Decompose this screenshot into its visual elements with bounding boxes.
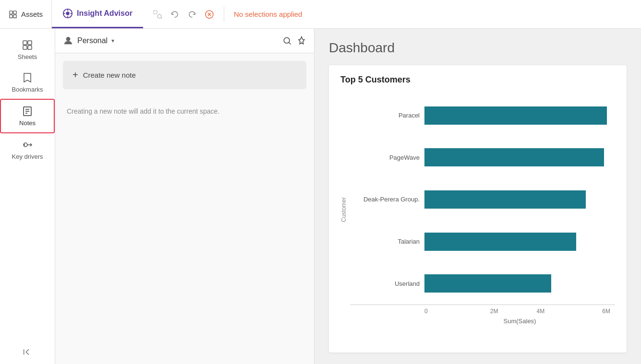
key-drivers-icon — [22, 139, 33, 151]
notes-panel: Personal ▾ + Create new note — [55, 29, 314, 364]
svg-point-24 — [24, 143, 27, 147]
sidebar-item-key-drivers[interactable]: Key drivers — [0, 133, 55, 166]
bar-wrapper — [424, 233, 610, 251]
main-layout: Sheets Bookmarks Notes Key — [0, 29, 641, 364]
svg-rect-16 — [23, 41, 27, 45]
bar-label: Deak-Perera Group. — [350, 196, 420, 203]
clear-icon — [205, 10, 214, 19]
notes-header-right — [282, 36, 306, 46]
chart-title: Top 5 Customers — [340, 75, 615, 85]
bar-fill — [424, 190, 586, 209]
notes-hint: Creating a new note will add it to the c… — [55, 97, 314, 126]
svg-point-11 — [157, 14, 161, 18]
chart-main: ParacelPageWaveDeak-Perera Group.Talaria… — [350, 94, 615, 325]
notes-icon — [22, 106, 33, 117]
svg-point-5 — [66, 12, 69, 15]
smart-search-icon — [153, 10, 162, 19]
x-tick: 4M — [518, 308, 564, 315]
svg-rect-1 — [13, 11, 16, 13]
bar-row: Deak-Perera Group. — [350, 186, 610, 212]
assets-tab[interactable]: Assets — [0, 0, 52, 28]
svg-rect-0 — [10, 11, 12, 13]
chart-card: Top 5 Customers Customer ParacelPageWave… — [329, 65, 627, 352]
assets-label: Assets — [21, 10, 43, 18]
bar-label: Talarian — [350, 238, 420, 245]
sidebar-collapse-button[interactable] — [0, 340, 55, 364]
bar-wrapper — [424, 148, 610, 166]
bar-fill — [424, 233, 576, 251]
chart-y-label: Customer — [340, 94, 347, 325]
bar-chart: Customer ParacelPageWaveDeak-Perera Grou… — [340, 94, 615, 325]
create-note-label: Create new note — [83, 71, 136, 79]
smart-search-button[interactable] — [150, 7, 165, 22]
key-drivers-label: Key drivers — [12, 153, 43, 160]
undo-button[interactable] — [167, 7, 182, 22]
bookmarks-icon — [22, 72, 33, 83]
topbar: Assets Insight Advisor — [0, 0, 641, 29]
sidebar-item-notes[interactable]: Notes — [0, 99, 55, 133]
svg-line-29 — [289, 43, 291, 45]
create-note-button[interactable]: + Create new note — [63, 61, 306, 89]
bar-fill — [424, 148, 604, 166]
insight-advisor-label: Insight Advisor — [77, 9, 133, 18]
notes-search-button[interactable] — [282, 36, 292, 46]
svg-rect-18 — [23, 46, 27, 49]
notes-header: Personal ▾ — [55, 29, 314, 53]
sheets-label: Sheets — [18, 53, 37, 60]
dashboard-title: Dashboard — [329, 40, 627, 56]
bar-label: Userland — [350, 280, 420, 287]
x-tick: 6M — [564, 308, 610, 315]
clear-button[interactable] — [202, 7, 217, 22]
svg-line-12 — [161, 18, 162, 19]
bookmarks-label: Bookmarks — [12, 86, 43, 93]
bar-wrapper — [424, 106, 610, 125]
x-tick: 2M — [471, 308, 518, 315]
chart-x-axis: 02M4M6M — [350, 305, 615, 315]
dropdown-chevron-icon[interactable]: ▾ — [111, 37, 114, 44]
personal-icon — [63, 35, 73, 46]
pin-icon — [297, 36, 306, 46]
bar-label: PageWave — [350, 154, 420, 161]
undo-icon — [170, 10, 180, 19]
insight-advisor-tab[interactable]: Insight Advisor — [52, 0, 143, 28]
redo-button[interactable] — [184, 7, 200, 22]
bar-fill — [424, 274, 551, 293]
bar-row: Talarian — [350, 228, 610, 255]
collapse-icon — [22, 347, 33, 357]
sidebar-item-sheets[interactable]: Sheets — [0, 34, 55, 66]
notes-header-left: Personal ▾ — [63, 35, 114, 46]
grid-icon — [9, 10, 17, 19]
bar-row: PageWave — [350, 144, 610, 171]
notes-header-title: Personal — [77, 36, 108, 45]
svg-rect-10 — [154, 11, 157, 14]
svg-rect-19 — [28, 46, 32, 49]
create-note-plus-icon: + — [73, 70, 78, 81]
svg-point-27 — [66, 37, 70, 41]
notes-pin-button[interactable] — [297, 36, 306, 46]
sheets-icon — [22, 39, 33, 51]
bars-area: ParacelPageWaveDeak-Perera Group.Talaria… — [350, 94, 615, 305]
bar-fill — [424, 106, 607, 125]
bar-label: Paracel — [350, 112, 420, 119]
no-selections-text: No selections applied — [224, 10, 312, 18]
topbar-actions — [143, 7, 224, 22]
bar-wrapper — [424, 274, 610, 293]
chart-x-title: Sum(Sales) — [350, 315, 615, 325]
bar-row: Userland — [350, 270, 610, 297]
svg-point-28 — [284, 37, 290, 43]
sidebar: Sheets Bookmarks Notes Key — [0, 29, 55, 364]
dashboard-panel: Dashboard Top 5 Customers Customer Parac… — [314, 29, 641, 364]
insight-icon — [62, 8, 73, 19]
bar-row: Paracel — [350, 102, 610, 129]
svg-rect-17 — [28, 41, 32, 45]
bar-wrapper — [424, 190, 610, 209]
sidebar-item-bookmarks[interactable]: Bookmarks — [0, 66, 55, 99]
svg-rect-2 — [10, 14, 12, 17]
x-tick: 0 — [424, 308, 471, 315]
redo-icon — [187, 10, 197, 19]
svg-rect-3 — [13, 14, 16, 17]
notes-label: Notes — [19, 119, 36, 127]
search-icon — [282, 36, 292, 46]
